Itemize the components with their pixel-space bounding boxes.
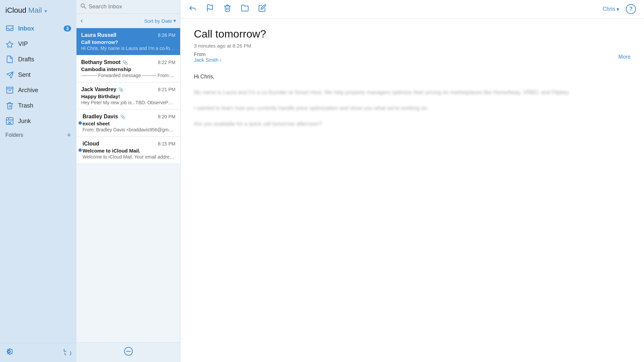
vip-icon — [5, 40, 14, 48]
sidebar-item-vip[interactable]: VIP — [0, 36, 76, 52]
from-section: From Jack Smith › — [194, 51, 221, 63]
sender-text-1: Laura Russell — [81, 32, 116, 38]
email-time-5: 8:15 PM — [158, 141, 175, 146]
email-subject-3: Happy Birthday! — [81, 94, 175, 99]
sidebar-item-drafts[interactable]: Drafts — [0, 52, 76, 67]
email-preview-2: ---------- Forwarded message --------- F… — [81, 73, 175, 78]
filter-button[interactable] — [124, 347, 133, 358]
svg-line-15 — [84, 7, 86, 9]
sender-name-5: iCloud — [83, 141, 99, 147]
help-button[interactable]: ? — [626, 4, 636, 14]
email-greeting: Hi Chris, — [194, 72, 631, 81]
sort-chevron: ▾ — [173, 18, 176, 24]
email-subject-4: excel sheet — [83, 121, 175, 126]
email-item-4[interactable]: Bradley Davis 📎 8:20 PM excel sheet From… — [76, 110, 180, 137]
compose-button[interactable] — [258, 4, 266, 14]
sender-text-4: Bradley Davis — [83, 114, 118, 120]
sidebar-item-inbox[interactable]: Inbox 3 — [0, 21, 76, 36]
email-preview-3: Hey Pete! My new job is...TBD. ObservePo… — [81, 100, 175, 105]
email-list: Laura Russell 8:26 PM Call tomorrow? Hi … — [76, 28, 180, 342]
sent-icon — [5, 70, 14, 79]
add-folder-button[interactable]: + — [67, 131, 71, 139]
email-blurred-line-1: My name is Laura and I'm a co-founder at… — [194, 88, 631, 98]
trash-icon — [5, 101, 14, 110]
email-body: Hi Chris, My name is Laura and I'm a co-… — [194, 72, 631, 129]
sidebar-item-junk[interactable]: Junk — [0, 113, 76, 129]
email-content: Call tomorrow? 3 minutes ago at 8:26 PM … — [180, 18, 644, 362]
sidebar: iCloud Mail ▾ Inbox 3 VIP — [0, 0, 76, 362]
delete-button[interactable] — [223, 4, 231, 14]
unread-dot-5 — [78, 148, 82, 152]
trash-label: Trash — [18, 102, 71, 109]
from-name-text: Jack Smith — [194, 57, 218, 63]
sidebar-bottom — [0, 343, 76, 362]
inbox-icon — [5, 24, 14, 33]
attachment-icon-3: 📎 — [118, 87, 124, 92]
email-detail-panel: Chris ▾ ? Call tomorrow? 3 minutes ago a… — [180, 0, 644, 362]
email-item-3[interactable]: Jack Vawdrey 📎 8:21 PM Happy Birthday! H… — [76, 82, 180, 110]
email-subject-5: Welcome to iCloud Mail. — [83, 148, 175, 154]
email-time-2: 8:22 PM — [158, 60, 175, 65]
attachment-icon-4: 📎 — [120, 114, 125, 119]
from-chevron: › — [220, 57, 221, 63]
sidebar-item-trash[interactable]: Trash — [0, 98, 76, 113]
sender-text-2: Bethany Smoot — [81, 59, 120, 65]
archive-label: Archive — [18, 87, 71, 94]
refresh-button[interactable] — [64, 348, 71, 357]
email-list-panel: ‹ Sort by Date ▾ Laura Russell 8:26 PM C… — [76, 0, 180, 362]
brand-name: iCloud — [5, 6, 26, 14]
back-button[interactable]: ‹ — [80, 16, 83, 25]
folders-section: Folders + — [0, 129, 76, 141]
email-item-2[interactable]: Bethany Smoot 📎 8:22 PM Cambodia interns… — [76, 55, 180, 82]
app-name: Mail — [29, 6, 42, 14]
archive-icon — [5, 86, 14, 95]
user-menu-button[interactable]: Chris ▾ — [603, 6, 619, 12]
junk-icon — [5, 117, 14, 125]
email-item-1[interactable]: Laura Russell 8:26 PM Call tomorrow? Hi … — [76, 28, 180, 55]
app-title[interactable]: iCloud Mail ▾ — [0, 0, 76, 19]
list-bottom — [76, 342, 180, 362]
email-detail-from: From Jack Smith › More — [194, 51, 631, 63]
email-preview-4: From: Bradley Davis <braddavis956@gmail.… — [83, 127, 175, 132]
attachment-icon-2: 📎 — [122, 60, 128, 65]
user-name: Chris — [603, 6, 615, 12]
drafts-icon — [5, 55, 14, 64]
vip-label: VIP — [18, 41, 71, 48]
email-subject-2: Cambodia internship — [81, 66, 175, 72]
email-time-1: 8:26 PM — [158, 33, 175, 38]
drafts-label: Drafts — [18, 56, 71, 63]
email-time-4: 8:20 PM — [158, 114, 175, 119]
app-chevron[interactable]: ▾ — [45, 8, 47, 14]
more-button[interactable]: More — [619, 54, 631, 60]
from-name-button[interactable]: Jack Smith › — [194, 57, 221, 63]
svg-point-12 — [8, 351, 10, 353]
email-item-5[interactable]: iCloud 8:15 PM Welcome to iCloud Mail. W… — [76, 137, 180, 164]
email-detail-meta: 3 minutes ago at 8:26 PM — [194, 43, 631, 49]
sender-name-2: Bethany Smoot 📎 — [81, 59, 128, 65]
reply-button[interactable] — [189, 4, 197, 14]
user-chevron: ▾ — [616, 6, 619, 12]
search-icon — [80, 3, 86, 10]
svg-rect-7 — [6, 118, 13, 124]
sender-name-3: Jack Vawdrey 📎 — [81, 86, 124, 93]
sidebar-item-archive[interactable]: Archive — [0, 82, 76, 98]
flag-button[interactable] — [206, 4, 214, 14]
from-label: From — [194, 51, 206, 57]
settings-button[interactable] — [5, 348, 13, 357]
nav-items: Inbox 3 VIP Drafts — [0, 19, 76, 343]
sender-name-4: Bradley Davis 📎 — [83, 114, 125, 120]
search-bar — [76, 0, 180, 14]
sender-name-1: Laura Russell — [81, 32, 116, 38]
sort-button[interactable]: Sort by Date ▾ — [144, 18, 176, 24]
folders-label: Folders — [5, 132, 23, 138]
move-button[interactable] — [241, 4, 249, 14]
unread-dot-4 — [78, 121, 82, 125]
search-input[interactable] — [89, 3, 176, 10]
inbox-label: Inbox — [18, 25, 64, 32]
sort-bar: ‹ Sort by Date ▾ — [76, 14, 180, 28]
junk-label: Junk — [18, 118, 71, 125]
sidebar-item-sent[interactable]: Sent — [0, 67, 76, 82]
email-subject-1: Call tomorrow? — [81, 39, 175, 45]
svg-rect-3 — [6, 87, 13, 89]
sent-label: Sent — [18, 71, 71, 78]
